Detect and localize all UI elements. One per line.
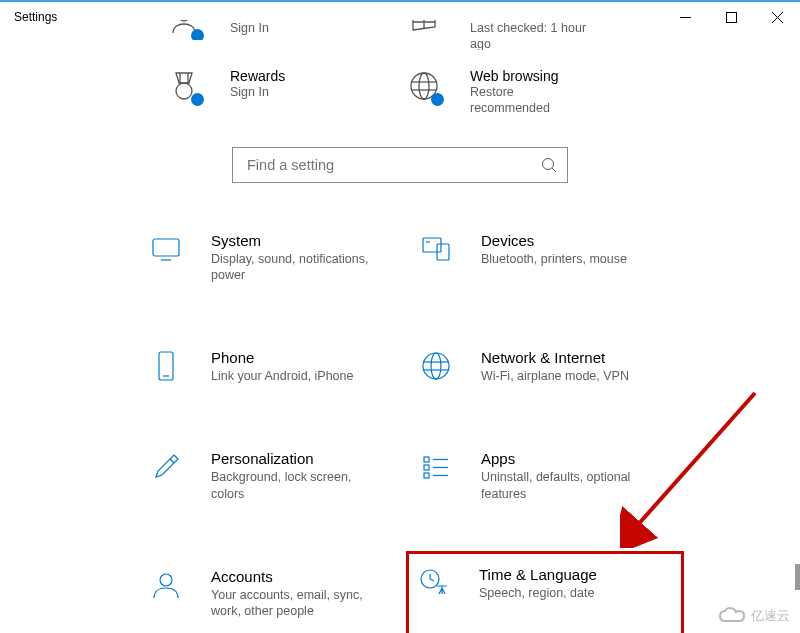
status-microsoft[interactable]: Sign In bbox=[160, 20, 400, 40]
tile-network[interactable]: Network & Internet Wi-Fi, airplane mode,… bbox=[410, 340, 680, 393]
tile-sub: Uninstall, defaults, optional features bbox=[481, 469, 651, 502]
network-icon bbox=[419, 349, 453, 383]
settings-search[interactable] bbox=[232, 147, 568, 183]
accounts-icon bbox=[149, 568, 183, 602]
tile-sub: Display, sound, notifications, power bbox=[211, 251, 381, 284]
tile-personalization[interactable]: Personalization Background, lock screen,… bbox=[140, 441, 410, 511]
microsoft-account-icon bbox=[166, 20, 202, 40]
personalization-icon bbox=[149, 450, 183, 484]
status-sub: Sign In bbox=[230, 84, 285, 100]
tile-devices[interactable]: Devices Bluetooth, printers, mouse bbox=[410, 223, 680, 293]
svg-line-11 bbox=[552, 168, 556, 172]
search-icon bbox=[541, 157, 557, 173]
rewards-icon bbox=[166, 68, 202, 104]
settings-categories: System Display, sound, notifications, po… bbox=[140, 223, 800, 629]
svg-line-33 bbox=[430, 579, 434, 581]
tile-accounts[interactable]: Accounts Your accounts, email, sync, wor… bbox=[140, 559, 410, 629]
devices-icon bbox=[419, 232, 453, 266]
status-sub: Sign In bbox=[230, 20, 269, 36]
tile-title: Apps bbox=[481, 450, 651, 467]
svg-point-30 bbox=[160, 574, 172, 586]
tile-phone[interactable]: Phone Link your Android, iPhone bbox=[140, 340, 410, 393]
svg-rect-12 bbox=[153, 239, 179, 256]
status-web[interactable]: Web browsing Restore recommended bbox=[400, 68, 640, 117]
svg-line-23 bbox=[170, 459, 174, 463]
tile-title: Time & Language bbox=[479, 566, 597, 583]
svg-rect-24 bbox=[424, 457, 429, 462]
tile-sub: Speech, region, date bbox=[479, 585, 597, 601]
apps-icon bbox=[419, 450, 453, 484]
tile-time-language[interactable]: Time & Language Speech, region, date bbox=[406, 551, 684, 633]
tile-title: Network & Internet bbox=[481, 349, 629, 366]
tile-title: Personalization bbox=[211, 450, 381, 467]
svg-rect-26 bbox=[424, 465, 429, 470]
system-icon bbox=[149, 232, 183, 266]
window-buttons bbox=[662, 2, 800, 32]
tile-sub: Link your Android, iPhone bbox=[211, 368, 353, 384]
svg-rect-14 bbox=[423, 238, 441, 252]
tile-sub: Background, lock screen, colors bbox=[211, 469, 381, 502]
status-rewards[interactable]: Rewards Sign In bbox=[160, 68, 400, 117]
svg-point-7 bbox=[419, 73, 429, 99]
phone-icon bbox=[149, 349, 183, 383]
maximize-button[interactable] bbox=[708, 2, 754, 32]
scroll-indicator[interactable] bbox=[795, 564, 800, 590]
time-language-icon bbox=[417, 566, 451, 600]
status-sub: Restore recommended bbox=[470, 84, 590, 117]
svg-point-20 bbox=[431, 353, 441, 379]
search-input[interactable] bbox=[247, 157, 541, 173]
windows-update-icon bbox=[406, 20, 442, 40]
svg-point-4 bbox=[179, 20, 189, 21]
web-browsing-icon bbox=[406, 68, 442, 104]
account-status-row: Sign In Last checked: 1 hour ago Rewards… bbox=[160, 32, 640, 147]
tile-title: System bbox=[211, 232, 381, 249]
tile-sub: Your accounts, email, sync, work, other … bbox=[211, 587, 381, 620]
minimize-button[interactable] bbox=[662, 2, 708, 32]
svg-point-10 bbox=[543, 158, 554, 169]
status-update[interactable]: Last checked: 1 hour ago bbox=[400, 20, 640, 50]
svg-point-5 bbox=[176, 83, 192, 99]
tile-sub: Bluetooth, printers, mouse bbox=[481, 251, 627, 267]
status-title: Rewards bbox=[230, 68, 285, 84]
tile-title: Devices bbox=[481, 232, 627, 249]
svg-rect-1 bbox=[726, 12, 736, 22]
tile-apps[interactable]: Apps Uninstall, defaults, optional featu… bbox=[410, 441, 680, 511]
tile-system[interactable]: System Display, sound, notifications, po… bbox=[140, 223, 410, 293]
status-title: Web browsing bbox=[470, 68, 590, 84]
watermark: 亿速云 bbox=[719, 607, 790, 625]
tile-title: Accounts bbox=[211, 568, 381, 585]
svg-rect-28 bbox=[424, 473, 429, 478]
close-button[interactable] bbox=[754, 2, 800, 32]
status-sub: Last checked: 1 hour ago bbox=[470, 20, 590, 50]
tile-title: Phone bbox=[211, 349, 353, 366]
svg-point-19 bbox=[423, 353, 449, 379]
window-title: Settings bbox=[14, 10, 57, 24]
tile-sub: Wi-Fi, airplane mode, VPN bbox=[481, 368, 629, 384]
